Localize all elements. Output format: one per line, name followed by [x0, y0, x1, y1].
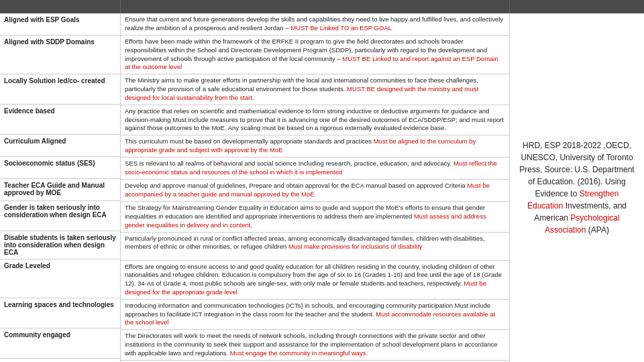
row-label: Socioeconomic status (SES): [0, 157, 121, 178]
table-row: Aligned with ESP Goals: [0, 13, 120, 36]
table-row: Curriculum Aligned: [0, 135, 120, 157]
col3-intro: HRD, ESP 2018-2022 ,OECD, UNESCO, Univer…: [519, 141, 634, 235]
row-definition: Efforts are ongoing to ensure access to …: [121, 261, 509, 299]
table-row: Locally Solution led/co- created: [0, 74, 120, 105]
row-definition: The Strategy for Mainstreaming Gender Eq…: [121, 202, 509, 231]
row-definition: The Ministry aims to make greater effort…: [121, 74, 509, 104]
table-row: Evidence based: [0, 105, 120, 135]
row-label: Grade Leveled: [0, 259, 121, 298]
table-row: Disable students is taken seriously into…: [0, 231, 120, 259]
row-definition: This curriculum must be based on develop…: [121, 135, 509, 157]
row-definition: Any practice that relies on scientific a…: [121, 105, 509, 135]
table-row: Aligned with SDDP Domains: [0, 36, 120, 74]
table-row: Learning spaces and technologies: [0, 298, 120, 328]
table-row: Any practice that relies on scientific a…: [121, 105, 509, 135]
table-row: Community engaged: [0, 328, 120, 359]
table-row: Particularly pronounced in rural or conf…: [121, 233, 509, 261]
table-row: The Strategy for Mainstreaming Gender Eq…: [121, 202, 509, 232]
col3-body: HRD, ESP 2018-2022 ,OECD, UNESCO, Univer…: [510, 13, 644, 362]
row-definition: The Directorates will work to meet the n…: [121, 330, 509, 359]
table-row: The Ministry aims to make greater effort…: [121, 74, 509, 105]
header-col1: [0, 0, 121, 13]
body-area: Aligned with ESP GoalsAligned with SDDP …: [0, 13, 644, 362]
row-label: Locally Solution led/co- created: [0, 74, 121, 104]
table-row: SES is relevant to all realms of behavio…: [121, 158, 509, 180]
row-definition: Ensure that current and future generatio…: [121, 13, 509, 35]
table-row: Efforts are ongoing to ensure access to …: [121, 261, 509, 300]
table-row: Ensure that current and future generatio…: [121, 13, 509, 36]
main-table: Aligned with ESP GoalsAligned with SDDP …: [0, 0, 644, 362]
row-label: Aligned with SDDP Domains: [0, 36, 121, 74]
row-label: Evidence based: [0, 105, 121, 134]
col1-body: Aligned with ESP GoalsAligned with SDDP …: [0, 13, 121, 362]
table-row: Socioeconomic status (SES): [0, 157, 120, 179]
table-row: Teacher ECA Guide and Manual approved by…: [0, 179, 120, 201]
row-label: Aligned with ESP Goals: [0, 13, 121, 35]
row-label: Teacher ECA Guide and Manual approved by…: [0, 179, 121, 200]
row-definition: SES is relevant to all realms of behavio…: [121, 158, 509, 179]
row-label: Gender is taken seriously into considera…: [0, 201, 121, 231]
row-definition: Introducing information and communicatio…: [121, 300, 509, 329]
row-label: Learning spaces and technologies: [0, 298, 121, 328]
col3-text: HRD, ESP 2018-2022 ,OECD, UNESCO, Univer…: [518, 139, 636, 236]
header-col3: [510, 0, 644, 13]
table-row: Grade Leveled: [0, 259, 120, 298]
table-row: Plan for sustainability and /or scaling: [0, 359, 120, 362]
row-label: Disable students is taken seriously into…: [0, 231, 121, 259]
table-row: Introducing information and communicatio…: [121, 300, 509, 330]
col2-body: Ensure that current and future generatio…: [121, 13, 510, 362]
table-row: This curriculum must be based on develop…: [121, 135, 509, 158]
table-row: Gender is taken seriously into considera…: [0, 201, 120, 231]
row-definition: Develop and approve manual of guidelines…: [121, 180, 509, 201]
row-label: Curriculum Aligned: [0, 135, 121, 156]
row-definition: Efforts have been made within the framew…: [121, 36, 509, 74]
header-row: [0, 0, 644, 13]
table-row: Efforts have been made within the framew…: [121, 36, 509, 74]
row-label: Plan for sustainability and /or scaling: [0, 359, 121, 362]
table-row: The Directorates will work to meet the n…: [121, 330, 509, 360]
table-row: Develop and approve manual of guidelines…: [121, 180, 509, 202]
header-col2: [121, 0, 510, 13]
row-label: Community engaged: [0, 328, 121, 358]
row-definition: Particularly pronounced in rural or conf…: [121, 233, 509, 260]
